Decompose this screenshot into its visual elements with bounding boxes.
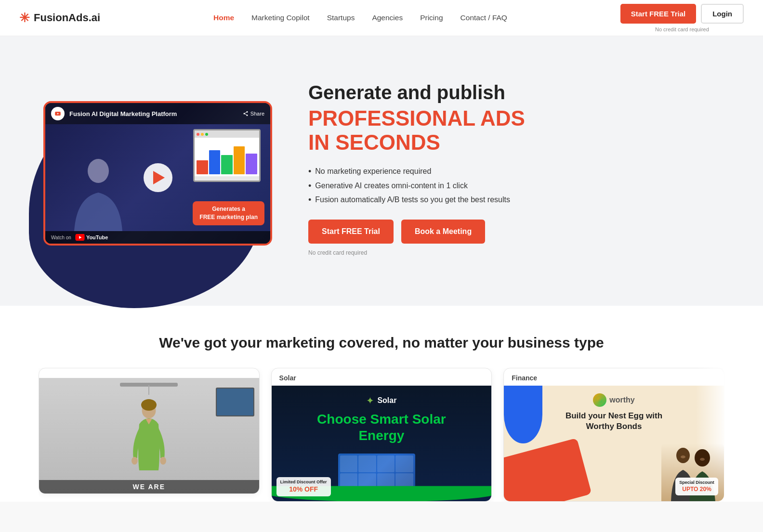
hero-content: Generate and publish PROFESSIONAL ADS IN…	[308, 81, 724, 257]
worthy-logo-text: worthy	[609, 396, 634, 404]
nav-item-home[interactable]: Home	[213, 13, 234, 22]
youtube-logo-circle	[51, 107, 65, 120]
logo[interactable]: ✳ FusionAds.ai	[19, 11, 100, 26]
finance-discount-badge: Special Discount UPTO 20%	[675, 478, 718, 495]
solar-headline: Choose Smart Solar Energy	[317, 411, 446, 443]
play-button[interactable]	[144, 163, 172, 192]
ad-card-0: WE ARE	[39, 368, 260, 494]
hero-section: Fusion AI Digital Marketing Platform Sha…	[0, 36, 763, 306]
nav-item-marketing[interactable]: Marketing Copilot	[251, 13, 310, 22]
finance-headline: Build your Nest Egg withWorthy Bonds	[566, 411, 662, 432]
hero-bullet-3: Fusion automatically A/B tests so you ge…	[308, 195, 724, 205]
share-button[interactable]: Share	[243, 111, 264, 117]
logo-icon: ✳	[19, 11, 30, 26]
hero-meeting-button[interactable]: Book a Meeting	[401, 220, 485, 244]
svg-point-2	[141, 399, 157, 411]
hero-bullets-list: No marketing experience required Generat…	[308, 167, 724, 205]
cards-row: WE ARE Solar ✦ Solar Choose Smart Solar …	[39, 368, 724, 502]
hero-no-cc-text: No credit card required	[308, 249, 724, 256]
svg-point-0	[88, 159, 109, 183]
hero-headline-main: Generate and publish	[308, 81, 724, 104]
nav-trial-button[interactable]: Start FREE Trial	[620, 4, 696, 24]
svg-point-7	[681, 455, 685, 458]
brand-name: FusionAds.ai	[34, 12, 100, 24]
nav-no-cc-text: No credit card required	[655, 26, 709, 32]
solar-card-image: ✦ Solar Choose Smart Solar Energy	[272, 386, 492, 501]
hero-trial-button[interactable]: Start FREE Trial	[308, 220, 394, 244]
nav-link-home[interactable]: Home	[213, 13, 234, 22]
video-overlay-card: Generates a FREE marketing plan	[193, 201, 264, 225]
solar-logo: ✦ Solar	[366, 395, 396, 406]
navbar: ✳ FusionAds.ai Home Marketing Copilot St…	[0, 0, 763, 36]
navbar-actions: Start FREE Trial Login No credit card re…	[620, 4, 744, 32]
youtube-text: YouTube	[86, 234, 108, 240]
nav-login-button[interactable]: Login	[701, 4, 744, 24]
nav-link-marketing[interactable]: Marketing Copilot	[251, 13, 310, 22]
main-nav: Home Marketing Copilot Startups Agencies…	[213, 13, 507, 22]
section2-title: We've got your marketing covered, no mat…	[39, 335, 724, 351]
ad-card-1: Solar ✦ Solar Choose Smart Solar Energy	[271, 368, 492, 502]
video-inner: Fusion AI Digital Marketing Platform Sha…	[45, 103, 270, 244]
worthy-logo-row: worthy	[593, 393, 634, 407]
ad-card-label-0	[39, 368, 259, 378]
marketing-section: We've got your marketing covered, no mat…	[0, 306, 763, 502]
watch-on-label: Watch on	[51, 235, 71, 240]
svg-point-4	[160, 457, 166, 465]
solar-discount-badge: Limited Discount Offer 10% OFF	[276, 477, 331, 496]
nav-item-agencies[interactable]: Agencies	[372, 13, 403, 22]
nav-item-startups[interactable]: Startups	[327, 13, 355, 22]
svg-point-8	[700, 458, 705, 461]
video-bottom-bar: Watch on YouTube	[45, 231, 270, 244]
youtube-logo-small: YouTube	[75, 234, 108, 241]
hero-bullet-2: Generative AI creates omni-content in 1 …	[308, 182, 724, 191]
cards-row-wrapper: WE ARE Solar ✦ Solar Choose Smart Solar …	[39, 368, 724, 502]
nav-link-startups[interactable]: Startups	[327, 13, 355, 22]
ad-card-label-1: Solar	[272, 368, 492, 386]
svg-point-3	[132, 457, 138, 465]
finance-orange-shape	[504, 438, 592, 501]
we-are-label: WE ARE	[39, 480, 259, 493]
hero-video-container: Fusion AI Digital Marketing Platform Sha…	[39, 91, 279, 246]
nav-link-pricing[interactable]: Pricing	[420, 13, 443, 22]
video-top-bar: Fusion AI Digital Marketing Platform Sha…	[45, 103, 270, 124]
ad-card-label-2: Finance	[504, 368, 724, 386]
hero-cta-row: Start FREE Trial Book a Meeting	[308, 220, 724, 244]
hero-headline-accent: PROFESSIONAL ADS IN SECONDS	[308, 106, 724, 155]
hero-video-frame[interactable]: Fusion AI Digital Marketing Platform Sha…	[43, 101, 272, 246]
video-title: Fusion AI Digital Marketing Platform	[69, 110, 177, 117]
finance-card-image: worthy Build your Nest Egg withWorthy Bo…	[504, 386, 724, 501]
hero-bullet-1: No marketing experience required	[308, 167, 724, 177]
nav-item-contact[interactable]: Contact / FAQ	[460, 13, 507, 22]
solar-logo-text: Solar	[377, 396, 396, 405]
video-content-area: Generates a FREE marketing plan	[45, 124, 270, 231]
nav-link-agencies[interactable]: Agencies	[372, 13, 403, 22]
worthy-logo-circle	[593, 393, 606, 407]
nav-item-pricing[interactable]: Pricing	[420, 13, 443, 22]
nav-link-contact[interactable]: Contact / FAQ	[460, 13, 507, 22]
finance-blue-shape	[504, 386, 542, 443]
person-card-image: WE ARE	[39, 378, 259, 493]
ad-card-2: Finance worthy Build your Nest Egg withW…	[503, 368, 724, 502]
navbar-buttons: Start FREE Trial Login	[620, 4, 744, 24]
